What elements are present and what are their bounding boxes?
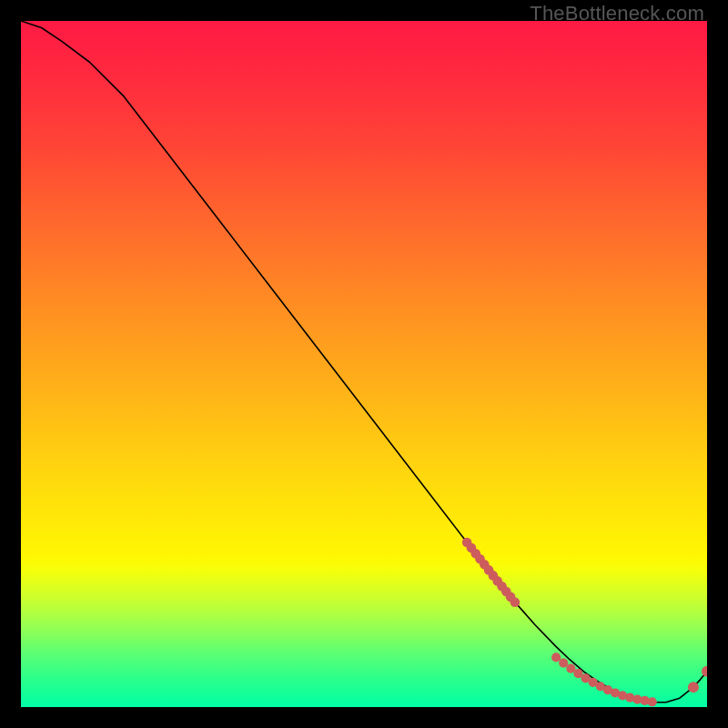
data-dots — [462, 538, 707, 707]
data-dot — [551, 652, 561, 662]
data-dot — [702, 666, 707, 677]
curve-layer — [21, 21, 707, 707]
data-dot — [511, 597, 521, 607]
chart-canvas: TheBottleneck.com — [0, 0, 728, 728]
data-dot — [559, 658, 568, 667]
data-dot — [688, 682, 699, 693]
bottleneck-curve — [21, 21, 707, 703]
data-dot — [648, 697, 657, 706]
